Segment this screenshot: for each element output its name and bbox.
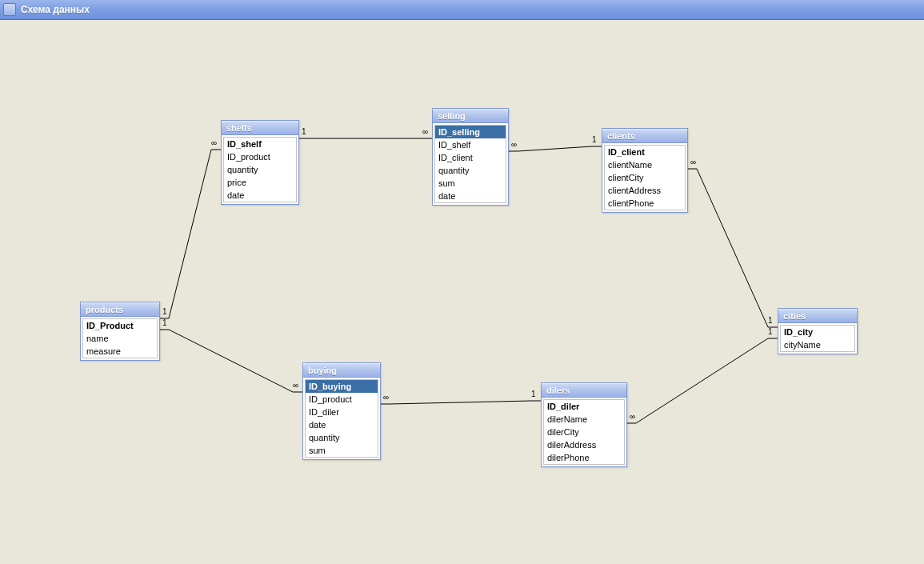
entity-header[interactable]: selling bbox=[433, 109, 508, 123]
relation-cardinality-label: ∞ bbox=[383, 393, 389, 402]
window-title-bar[interactable]: Схема данных bbox=[0, 0, 924, 20]
entity-field-list: ID_buyingID_productID_dilerdatequantitys… bbox=[305, 379, 378, 458]
entity-header[interactable]: cities bbox=[778, 309, 857, 323]
entity-field[interactable]: sum bbox=[306, 444, 378, 457]
entity-field[interactable]: ID_selling bbox=[435, 126, 506, 138]
entity-shelfs[interactable]: shelfsID_shelfID_productquantitypricedat… bbox=[221, 120, 299, 205]
relation-cardinality-label: ∞ bbox=[630, 412, 635, 421]
relation-cardinality-label: 1 bbox=[162, 318, 167, 327]
entity-header[interactable]: dilers bbox=[542, 383, 626, 398]
entity-field-list: ID_shelfID_productquantitypricedate bbox=[223, 137, 297, 202]
entity-field[interactable]: ID_product bbox=[306, 393, 378, 406]
entity-products[interactable]: productsID_Productnamemeasure bbox=[80, 302, 160, 361]
entity-dilers[interactable]: dilersID_dilerdilerNamedilerCitydilerAdd… bbox=[541, 382, 627, 467]
entity-field[interactable]: clientPhone bbox=[605, 197, 685, 210]
entity-field[interactable]: name bbox=[83, 332, 157, 345]
app-icon bbox=[3, 3, 16, 16]
entity-clients[interactable]: clientsID_clientclientNameclientCityclie… bbox=[602, 128, 688, 213]
entity-cities[interactable]: citiesID_citycityName bbox=[778, 308, 858, 354]
entity-field[interactable]: date bbox=[435, 190, 506, 202]
relation-cardinality-label: 1 bbox=[302, 127, 306, 136]
entity-field[interactable]: quantity bbox=[435, 164, 506, 177]
entity-field[interactable]: ID_diler bbox=[306, 406, 378, 418]
relation-cardinality-label: 1 bbox=[162, 307, 167, 316]
relation-cardinality-label: 1 bbox=[768, 316, 773, 325]
relation-cardinality-label: ∞ bbox=[511, 140, 517, 149]
entity-field[interactable]: date bbox=[224, 189, 296, 202]
relation-cardinality-label: 1 bbox=[768, 327, 773, 336]
entity-field[interactable]: ID_diler bbox=[544, 400, 624, 413]
entity-field[interactable]: ID_buying bbox=[306, 380, 378, 393]
entity-field[interactable]: date bbox=[306, 418, 378, 431]
relation-cardinality-label: 1 bbox=[531, 390, 536, 398]
entity-field[interactable]: ID_shelf bbox=[224, 138, 296, 150]
relation-cardinality-label: ∞ bbox=[293, 381, 298, 390]
entity-field[interactable]: ID_Product bbox=[83, 319, 157, 332]
relation-cardinality-label: ∞ bbox=[422, 127, 428, 136]
entity-field-list: ID_clientclientNameclientCityclientAddre… bbox=[604, 145, 686, 210]
entity-field[interactable]: clientName bbox=[605, 158, 685, 171]
entity-header[interactable]: shelfs bbox=[222, 121, 298, 135]
entity-field[interactable]: ID_product bbox=[224, 150, 296, 163]
entity-field[interactable]: dilerName bbox=[544, 413, 624, 426]
entity-field[interactable]: dilerCity bbox=[544, 426, 624, 438]
entity-header[interactable]: buying bbox=[303, 363, 380, 378]
entity-field[interactable]: sum bbox=[435, 177, 506, 190]
entity-field-list: ID_sellingID_shelfID_clientquantitysumda… bbox=[434, 125, 506, 203]
entity-field[interactable]: quantity bbox=[224, 163, 296, 176]
entity-field[interactable]: ID_shelf bbox=[435, 138, 506, 151]
relation-cardinality-label: ∞ bbox=[690, 158, 696, 166]
entity-field[interactable]: measure bbox=[83, 345, 157, 358]
entity-field[interactable]: ID_client bbox=[605, 146, 685, 158]
entity-field[interactable]: ID_city bbox=[781, 326, 854, 338]
entity-field[interactable]: dilerPhone bbox=[544, 451, 624, 464]
entity-field-list: ID_dilerdilerNamedilerCitydilerAddressdi… bbox=[543, 399, 625, 465]
entity-field[interactable]: clientAddress bbox=[605, 184, 685, 197]
window-title: Схема данных bbox=[21, 4, 90, 15]
entity-field[interactable]: price bbox=[224, 176, 296, 189]
relation-cardinality-label: 1 bbox=[592, 135, 597, 144]
entity-field[interactable]: clientCity bbox=[605, 171, 685, 184]
entity-header[interactable]: clients bbox=[602, 129, 687, 143]
relation-cardinality-label: ∞ bbox=[211, 138, 217, 147]
entity-field-list: ID_Productnamemeasure bbox=[82, 318, 158, 358]
entity-field[interactable]: ID_client bbox=[435, 151, 506, 164]
entity-header[interactable]: products bbox=[81, 302, 159, 317]
entity-field[interactable]: dilerAddress bbox=[544, 438, 624, 451]
entity-field[interactable]: cityName bbox=[781, 338, 854, 351]
entity-field-list: ID_citycityName bbox=[780, 325, 855, 352]
entity-field[interactable]: quantity bbox=[306, 431, 378, 444]
diagram-canvas[interactable]: productsID_ProductnamemeasureshelfsID_sh… bbox=[0, 20, 924, 564]
entity-selling[interactable]: sellingID_sellingID_shelfID_clientquanti… bbox=[432, 108, 509, 206]
entity-buying[interactable]: buyingID_buyingID_productID_dilerdatequa… bbox=[302, 362, 381, 460]
